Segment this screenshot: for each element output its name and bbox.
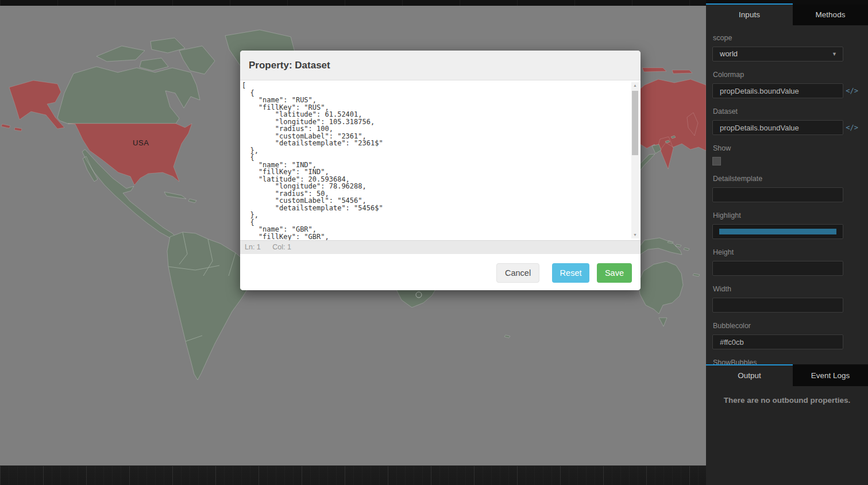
modal-title: Property: Dataset [240,51,641,80]
width-label: Width [713,285,843,293]
property-dataset-modal: Property: Dataset [ { "name": "RUS", "fi… [240,51,641,290]
editor-status-bar: Ln: 1 Col: 1 [240,240,641,254]
detailstemplate-label: Detailstemplate [713,175,843,183]
tab-inputs[interactable]: Inputs [706,3,793,25]
no-outbound-properties-message: There are no outbound properties. [706,396,868,405]
field-colormap: Colormap </> [712,71,843,98]
code-bind-icon[interactable]: </> [846,124,858,132]
caribbean-islands[interactable] [164,192,196,203]
small-island [504,335,510,338]
scope-selected-value: world [720,49,738,58]
cancel-button[interactable]: Cancel [496,263,539,283]
field-detailstemplate: Detailstemplate [712,175,843,202]
country-lesotho[interactable] [416,292,422,298]
canvas-top-grid [0,0,706,6]
modal-footer: Cancel Reset Save [240,254,641,290]
region-asia[interactable] [634,68,706,175]
dataset-input[interactable] [712,120,843,135]
show-label: Show [713,144,843,152]
field-height: Height [712,248,843,276]
tab-event-logs[interactable]: Event Logs [793,364,868,386]
scope-select[interactable]: world ▼ [712,47,843,61]
column-indicator: Col: 1 [272,243,291,251]
field-dataset: Dataset </> [712,107,843,135]
scope-label: scope [713,34,843,42]
sidebar-tabbar: Inputs Methods [706,0,868,25]
field-show: Show [712,144,843,165]
field-bubblecolor: Bubblecolor [712,322,843,349]
dataset-code-area: [ { "name": "RUS", "fillKey": "RUS", "la… [240,80,641,240]
bubblecolor-input[interactable] [712,334,843,349]
highlight-color-bar [719,229,836,234]
colormap-input[interactable] [712,83,843,98]
show-checkbox[interactable] [712,157,721,165]
tab-output[interactable]: Output [706,364,793,386]
chevron-down-icon: ▼ [832,47,837,61]
field-width: Width [712,285,843,313]
inputs-field-list: scope world ▼ Colormap </> Dataset </> S… [706,34,868,367]
scrollbar-thumb[interactable] [632,91,638,155]
country-usa-alaska[interactable] [1,80,64,131]
app-root: USA [0,0,868,485]
highlight-label: Highlight [713,211,843,220]
highlight-input[interactable] [712,224,843,239]
height-label: Height [713,248,843,256]
usa-map-label: USA [133,138,149,147]
scroll-up-icon[interactable]: ▲ [631,82,639,89]
region-oceania[interactable] [636,238,700,326]
bubblecolor-label: Bubblecolor [713,322,843,330]
output-tabbar: Output Event Logs [706,364,868,386]
scroll-down-icon[interactable]: ▼ [631,232,639,238]
tab-methods[interactable]: Methods [793,3,868,25]
properties-sidebar: Inputs Methods scope world ▼ Colormap </… [706,0,868,485]
country-australia[interactable] [639,261,683,326]
detailstemplate-input[interactable] [712,187,843,202]
code-bind-icon[interactable]: </> [846,87,858,95]
height-input[interactable] [712,261,843,276]
width-input[interactable] [712,298,843,313]
field-scope: scope world ▼ [712,34,843,61]
reset-button[interactable]: Reset [552,263,590,283]
save-button[interactable]: Save [597,263,632,283]
dataset-label: Dataset [713,107,843,116]
canvas-bottom-grid [0,465,706,485]
field-highlight: Highlight [712,211,843,239]
arctic-islands[interactable] [97,38,215,74]
editor-scrollbar[interactable]: ▲ ▼ [631,82,639,238]
country-canada[interactable] [57,67,200,124]
colormap-label: Colormap [713,71,843,79]
country-russia[interactable] [634,68,706,169]
dataset-code-editor[interactable]: [ { "name": "RUS", "fillKey": "RUS", "la… [240,80,641,240]
line-indicator: Ln: 1 [245,243,261,251]
output-panel: Output Event Logs There are no outbound … [706,364,868,485]
